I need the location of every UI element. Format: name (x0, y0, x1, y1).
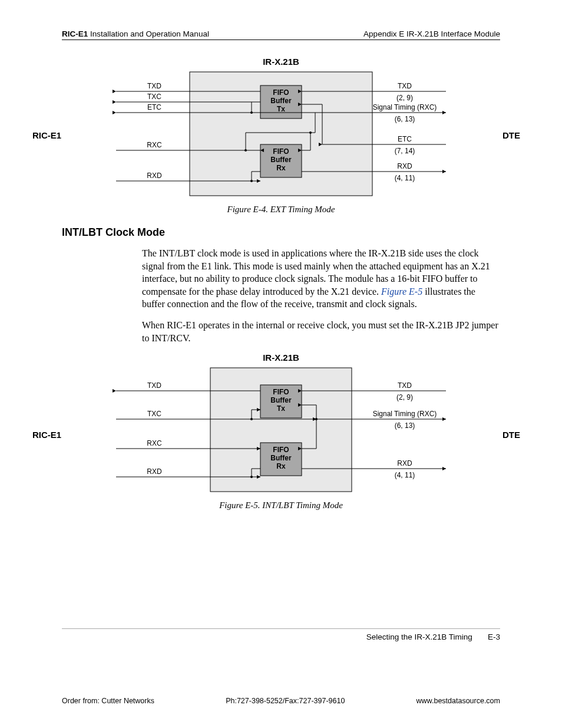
section-heading: INT/LBT Clock Mode (62, 226, 500, 239)
svg-text:Buffer: Buffer (270, 97, 292, 105)
svg-text:RXD: RXD (397, 162, 412, 170)
svg-text:(4, 11): (4, 11) (395, 174, 415, 182)
fig1-right-label: DTE (503, 130, 520, 140)
header-left: RIC-E1 Installation and Operation Manual (62, 29, 209, 38)
svg-text:(2, 9): (2, 9) (396, 393, 413, 401)
svg-text:ETC: ETC (147, 103, 161, 111)
figure2-diagram: RIC-E1 DTE FIFO Buffer Tx FIFO Buffer Rx (63, 365, 499, 495)
figure1-caption: Figure E-4. EXT Timing Mode (62, 205, 500, 215)
svg-text:TXC: TXC (147, 410, 161, 418)
svg-text:(6, 13): (6, 13) (395, 115, 415, 123)
svg-text:TXD: TXD (398, 82, 412, 90)
svg-text:ETC: ETC (398, 135, 412, 143)
svg-text:TXC: TXC (147, 93, 161, 101)
header-left-rest: Installation and Operation Manual (88, 29, 209, 38)
page-footer: Selecting the IR-X.21B Timing E-3 (62, 628, 500, 641)
svg-point-23 (250, 180, 253, 182)
footer-page: E-3 (488, 633, 500, 641)
svg-point-78 (315, 418, 318, 420)
svg-point-67 (250, 476, 253, 478)
footer-section: Selecting the IR-X.21B Timing (366, 633, 472, 641)
fig1-svg: FIFO Buffer Tx FIFO Buffer Rx TXD TXC ET… (63, 69, 499, 199)
svg-text:Buffer: Buffer (270, 454, 292, 462)
svg-text:RXC: RXC (147, 439, 162, 447)
fig1-left-label: RIC-E1 (32, 130, 61, 140)
fig2-right-label: DTE (503, 430, 520, 440)
svg-text:Tx: Tx (277, 404, 285, 413)
svg-text:Buffer: Buffer (270, 156, 292, 164)
svg-text:Rx: Rx (276, 164, 286, 172)
order-mid: Ph:727-398-5252/Fax:727-397-9610 (226, 697, 345, 705)
svg-text:FIFO: FIFO (273, 88, 289, 97)
svg-text:(2, 9): (2, 9) (396, 94, 413, 102)
svg-text:TXD: TXD (398, 381, 412, 390)
paragraph-1: The INT/LBT clock mode is used in applic… (142, 247, 500, 311)
order-right: www.bestdatasource.com (416, 697, 500, 705)
figure1-title: IR-X.21B (62, 57, 500, 67)
svg-text:Signal Timing (RXC): Signal Timing (RXC) (373, 410, 437, 418)
fig2-left-label: RIC-E1 (32, 430, 61, 440)
header-left-bold: RIC-E1 (62, 29, 88, 38)
svg-text:Buffer: Buffer (270, 396, 292, 404)
svg-point-16 (250, 111, 253, 114)
svg-text:(7, 14): (7, 14) (395, 147, 415, 155)
svg-text:(6, 13): (6, 13) (395, 421, 415, 430)
svg-text:(4, 11): (4, 11) (395, 471, 415, 479)
svg-text:Tx: Tx (277, 105, 285, 113)
svg-text:Rx: Rx (276, 462, 286, 470)
svg-text:RXD: RXD (147, 172, 162, 180)
svg-text:FIFO: FIFO (273, 147, 289, 156)
svg-point-33 (244, 149, 247, 151)
order-left: Order from: Cutter Networks (62, 697, 154, 705)
figure2-title: IR-X.21B (62, 353, 500, 363)
header-right: Appendix E IR-X.21B Interface Module (363, 29, 500, 38)
paragraph-2: When RIC-E1 operates in the internal or … (142, 319, 500, 344)
svg-text:FIFO: FIFO (273, 388, 289, 396)
figure1-diagram: RIC-E1 DTE FIFO Buffer Tx FIFO Buffer Rx (63, 69, 499, 199)
order-line: Order from: Cutter Networks Ph:727-398-5… (0, 684, 562, 728)
svg-point-60 (250, 418, 253, 420)
svg-text:RXC: RXC (147, 141, 162, 149)
svg-text:FIFO: FIFO (273, 446, 289, 454)
svg-text:Signal Timing (RXC): Signal Timing (RXC) (373, 103, 437, 111)
svg-point-44 (309, 131, 312, 134)
svg-text:TXD: TXD (147, 381, 161, 390)
figure-ref-link[interactable]: Figure E-5 (381, 286, 422, 297)
page-header: RIC-E1 Installation and Operation Manual… (62, 29, 500, 40)
svg-text:RXD: RXD (397, 459, 412, 467)
figure2-caption: Figure E-5. INT/LBT Timing Mode (62, 500, 500, 510)
fig2-svg: FIFO Buffer Tx FIFO Buffer Rx TXD TXC RX… (63, 365, 499, 495)
svg-text:TXD: TXD (147, 82, 161, 90)
svg-text:RXD: RXD (147, 467, 162, 476)
